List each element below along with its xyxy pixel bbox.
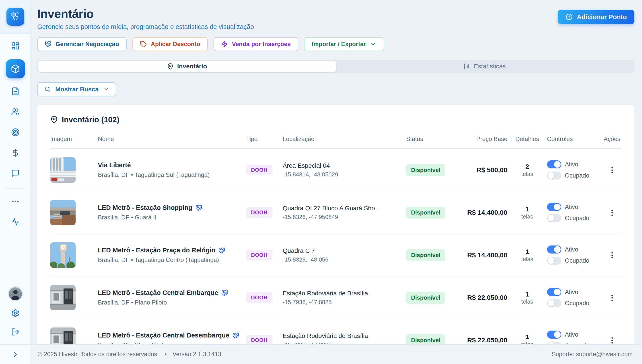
map-pin-icon [167, 63, 174, 70]
point-base-price: R$ 22.050,00 [465, 294, 507, 302]
point-thumbnail [50, 157, 76, 183]
point-location-line: Brasília, DF • Guará II [98, 214, 243, 221]
logo-section [0, 0, 31, 34]
import-export-button[interactable]: Importar / Exportar [304, 37, 384, 51]
manage-negotiation-button[interactable]: Gerenciar Negociação [37, 37, 127, 51]
manage-negotiation-label: Gerenciar Negociação [56, 41, 119, 48]
row-actions-menu-button[interactable] [610, 251, 614, 260]
active-toggle-label: Ativo [565, 161, 578, 168]
point-thumbnail [50, 200, 76, 225]
import-export-label: Importar / Exportar [312, 41, 366, 48]
table-header: Imagem Nome Tipo Localização Status Preç… [50, 136, 621, 149]
toggle-knob [548, 215, 554, 222]
finance-icon[interactable] [8, 146, 23, 160]
tab-inventario[interactable]: Inventário [38, 61, 336, 72]
screens-unit: telas [510, 171, 544, 177]
point-name: LED Metrô - Estação Praça do Relógio [98, 246, 215, 254]
table-row: Via Liberté Brasília, DF • Taguatinga Su… [50, 149, 621, 191]
active-toggle[interactable] [547, 288, 561, 296]
search-icon [44, 86, 51, 93]
col-imagem: Imagem [50, 136, 95, 142]
tab-estatisticas[interactable]: Estatísticas [336, 61, 634, 72]
occupied-toggle[interactable] [547, 172, 561, 180]
row-actions-menu-button[interactable] [610, 336, 614, 345]
point-address: Área Especial 04 [283, 162, 403, 169]
more-icon[interactable] [8, 194, 23, 208]
active-toggle-label: Ativo [565, 204, 578, 210]
point-base-price: R$ 14.400,00 [465, 251, 507, 259]
sidebar [0, 0, 31, 364]
sidebar-divider [6, 188, 25, 188]
point-base-price: R$ 14.400,00 [465, 209, 507, 216]
status-badge: Disponível [406, 207, 445, 218]
tag-icon [140, 41, 147, 48]
user-avatar[interactable] [9, 287, 22, 300]
logout-icon[interactable] [8, 325, 23, 339]
toggle-knob [554, 161, 561, 168]
settings-gear-icon[interactable] [8, 306, 23, 320]
status-badge: Disponível [406, 249, 445, 261]
targets-icon[interactable] [8, 125, 23, 140]
dashboard-icon[interactable] [8, 39, 23, 53]
occupied-toggle[interactable] [547, 299, 561, 307]
show-search-button[interactable]: Mostrar Busca [37, 82, 116, 96]
active-toggle-label: Ativo [565, 331, 578, 338]
point-thumbnail [50, 242, 76, 268]
chevron-down-icon [370, 41, 376, 48]
point-base-price: R$ 22.050,00 [465, 336, 507, 344]
station-photo [50, 200, 76, 225]
point-location-line: Brasília, DF • Taguatinga Sul (Taguating… [98, 172, 243, 178]
occupied-toggle-label: Ocupado [565, 215, 589, 222]
point-base-price: R$ 500,00 [465, 166, 507, 174]
col-controles: Controles [547, 136, 599, 142]
toggle-knob [554, 246, 561, 253]
active-toggle[interactable] [547, 330, 561, 338]
point-address: Quadra C 7 [283, 247, 403, 254]
inventory-count-title: Inventário (102) [62, 115, 120, 124]
handshake-icon [221, 290, 228, 296]
collapse-chevron-icon[interactable] [12, 345, 19, 364]
row-actions-menu-button[interactable] [610, 166, 614, 175]
add-point-button[interactable]: Adicionar Ponto [558, 10, 634, 24]
screens-count: 1 [510, 206, 544, 213]
point-address: Estação Rodoviária de Brasília [283, 290, 403, 297]
toggle-knob [548, 257, 554, 264]
row-actions-menu-button[interactable] [610, 294, 614, 302]
point-location-line: Brasília, DF • Taguatinga Centro (Taguat… [98, 257, 243, 264]
row-actions-menu-button[interactable] [610, 208, 614, 217]
active-toggle[interactable] [547, 246, 561, 254]
screens-unit: telas [510, 298, 544, 305]
bar-chart-icon [464, 63, 470, 70]
sale-by-insertions-button[interactable]: Venda por Inserções [214, 37, 298, 51]
col-preco-base: Preço Base [465, 136, 507, 142]
point-address: Quadra QI 27 Bloco A Guará Sho... [283, 205, 403, 212]
activity-icon[interactable] [8, 215, 23, 229]
hexagons-logo-icon [10, 11, 21, 22]
active-toggle[interactable] [547, 160, 561, 168]
table-row: LED Metrô - Estação Shopping Brasília, D… [50, 191, 621, 234]
apply-discount-button[interactable]: Aplicar Desconto [132, 37, 208, 51]
point-name: LED Metrô - Estação Central Desembarque [98, 332, 229, 339]
sidebar-bottom [0, 287, 31, 364]
table-row: LED Metrô - Estação Central Embarque Bra… [50, 276, 621, 319]
screens-count: 1 [510, 248, 544, 256]
sidebar-nav [6, 39, 25, 235]
screens-unit: telas [510, 256, 544, 262]
inventory-package-icon[interactable] [6, 59, 25, 78]
documents-icon[interactable] [8, 84, 23, 98]
view-tabs: Inventário Estatísticas [37, 60, 634, 73]
occupied-toggle[interactable] [547, 214, 561, 222]
messages-icon[interactable] [8, 166, 23, 180]
point-coordinates: -15.8326, -47.950849 [283, 214, 403, 220]
users-icon[interactable] [8, 105, 23, 119]
occupied-toggle-label: Ocupado [565, 172, 589, 179]
active-toggle[interactable] [547, 203, 561, 211]
tab-inventario-label: Inventário [177, 63, 207, 70]
point-name: LED Metrô - Estação Shopping [98, 204, 192, 212]
inventory-card: Inventário (102) Imagem Nome Tipo Locali… [37, 105, 634, 364]
type-badge: DOOH [246, 335, 272, 346]
page-subtitle: Gerencie seus pontos de mídia, programaç… [37, 23, 254, 30]
col-acoes: Ações [602, 136, 621, 142]
occupied-toggle[interactable] [547, 257, 561, 265]
col-localizacao: Localização [283, 136, 403, 142]
